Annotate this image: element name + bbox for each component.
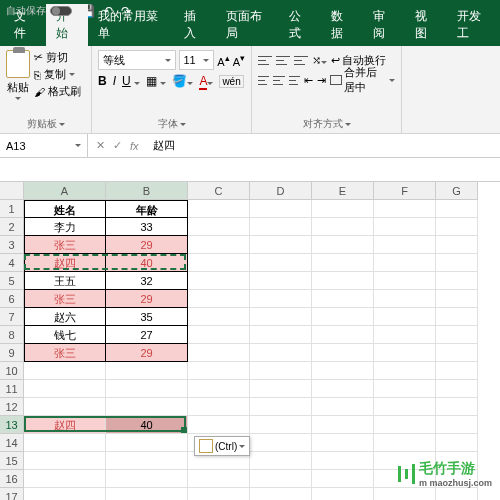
cell-B12[interactable] — [106, 398, 188, 416]
col-header-D[interactable]: D — [250, 182, 312, 200]
cell-G11[interactable] — [436, 380, 478, 398]
row-header-15[interactable]: 15 — [0, 452, 24, 470]
cell-E14[interactable] — [312, 434, 374, 452]
cell-C6[interactable] — [188, 290, 250, 308]
cell-B15[interactable] — [106, 452, 188, 470]
cell-B9[interactable]: 29 — [106, 344, 188, 362]
cell-A15[interactable] — [24, 452, 106, 470]
cell-F13[interactable] — [374, 416, 436, 434]
cell-B2[interactable]: 33 — [106, 218, 188, 236]
cell-D14[interactable] — [250, 434, 312, 452]
row-header-1[interactable]: 1 — [0, 200, 24, 218]
align-top-icon[interactable] — [258, 54, 272, 66]
cell-G7[interactable] — [436, 308, 478, 326]
cell-D12[interactable] — [250, 398, 312, 416]
cell-B7[interactable]: 35 — [106, 308, 188, 326]
chevron-down-icon[interactable] — [15, 97, 21, 100]
decrease-font-button[interactable]: A▾ — [233, 52, 245, 68]
cell-C13[interactable] — [188, 416, 250, 434]
cell-C12[interactable] — [188, 398, 250, 416]
formula-input[interactable]: 赵四 — [147, 138, 181, 153]
cell-B5[interactable]: 32 — [106, 272, 188, 290]
cell-F7[interactable] — [374, 308, 436, 326]
col-header-E[interactable]: E — [312, 182, 374, 200]
row-header-8[interactable]: 8 — [0, 326, 24, 344]
cell-C5[interactable] — [188, 272, 250, 290]
cell-E8[interactable] — [312, 326, 374, 344]
font-color-button[interactable]: A — [199, 74, 213, 88]
cell-C17[interactable] — [188, 488, 250, 500]
font-size-select[interactable]: 11 — [179, 50, 215, 70]
cell-F6[interactable] — [374, 290, 436, 308]
cell-G6[interactable] — [436, 290, 478, 308]
indent-decrease-icon[interactable]: ⇤ — [304, 74, 313, 87]
cell-D4[interactable] — [250, 254, 312, 272]
cell-A7[interactable]: 赵六 — [24, 308, 106, 326]
cell-E11[interactable] — [312, 380, 374, 398]
cell-E5[interactable] — [312, 272, 374, 290]
cell-F2[interactable] — [374, 218, 436, 236]
spreadsheet-grid[interactable]: ABCDEFG 1姓名年龄2李力333张三294赵四405王五326张三297赵… — [0, 182, 500, 500]
align-middle-icon[interactable] — [276, 54, 290, 66]
cell-E15[interactable] — [312, 452, 374, 470]
copy-button[interactable]: ⎘复制 — [34, 67, 81, 82]
tab-文件[interactable]: 文件 — [4, 4, 46, 46]
cell-G5[interactable] — [436, 272, 478, 290]
align-center-icon[interactable] — [273, 74, 284, 86]
row-header-12[interactable]: 12 — [0, 398, 24, 416]
cell-A13[interactable]: 赵四 — [24, 416, 106, 434]
cell-F11[interactable] — [374, 380, 436, 398]
cell-F12[interactable] — [374, 398, 436, 416]
cut-button[interactable]: ✂剪切 — [34, 50, 81, 65]
col-header-B[interactable]: B — [106, 182, 188, 200]
dialog-launcher-icon[interactable] — [59, 123, 65, 126]
cell-E6[interactable] — [312, 290, 374, 308]
cell-G4[interactable] — [436, 254, 478, 272]
align-bottom-icon[interactable] — [294, 54, 308, 66]
tab-插入[interactable]: 插入 — [174, 4, 216, 46]
row-header-13[interactable]: 13 — [0, 416, 24, 434]
toggle-switch-icon[interactable] — [50, 6, 72, 16]
orientation-button[interactable]: ⤭ — [312, 54, 327, 67]
cell-G3[interactable] — [436, 236, 478, 254]
name-box[interactable]: A13 — [0, 134, 88, 157]
cell-A4[interactable]: 赵四 — [24, 254, 106, 272]
cell-A16[interactable] — [24, 470, 106, 488]
cell-D15[interactable] — [250, 452, 312, 470]
cell-B1[interactable]: 年龄 — [106, 200, 188, 218]
row-header-16[interactable]: 16 — [0, 470, 24, 488]
dialog-launcher-icon[interactable] — [345, 123, 351, 126]
cell-E3[interactable] — [312, 236, 374, 254]
cell-C3[interactable] — [188, 236, 250, 254]
cell-A2[interactable]: 李力 — [24, 218, 106, 236]
row-header-14[interactable]: 14 — [0, 434, 24, 452]
cell-D6[interactable] — [250, 290, 312, 308]
enter-formula-icon[interactable]: ✓ — [113, 139, 122, 152]
cell-F8[interactable] — [374, 326, 436, 344]
cell-F5[interactable] — [374, 272, 436, 290]
cell-A14[interactable] — [24, 434, 106, 452]
cell-D2[interactable] — [250, 218, 312, 236]
row-header-17[interactable]: 17 — [0, 488, 24, 500]
cell-A10[interactable] — [24, 362, 106, 380]
cell-E12[interactable] — [312, 398, 374, 416]
cell-G13[interactable] — [436, 416, 478, 434]
cell-B11[interactable] — [106, 380, 188, 398]
cell-F17[interactable] — [374, 488, 436, 500]
cell-B4[interactable]: 40 — [106, 254, 188, 272]
cell-D5[interactable] — [250, 272, 312, 290]
cell-B13[interactable]: 40 — [106, 416, 188, 434]
cell-E17[interactable] — [312, 488, 374, 500]
cell-D13[interactable] — [250, 416, 312, 434]
fx-icon[interactable]: fx — [130, 140, 139, 152]
cell-B8[interactable]: 27 — [106, 326, 188, 344]
cell-A17[interactable] — [24, 488, 106, 500]
cell-E1[interactable] — [312, 200, 374, 218]
cell-D9[interactable] — [250, 344, 312, 362]
cell-C9[interactable] — [188, 344, 250, 362]
cell-E4[interactable] — [312, 254, 374, 272]
tab-页面布局[interactable]: 页面布局 — [216, 4, 280, 46]
cell-C11[interactable] — [188, 380, 250, 398]
chevron-down-icon[interactable] — [69, 73, 75, 76]
cell-G14[interactable] — [436, 434, 478, 452]
